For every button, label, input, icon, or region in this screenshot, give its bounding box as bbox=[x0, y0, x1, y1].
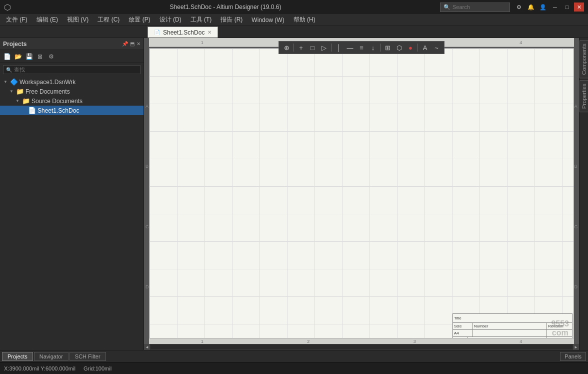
tab-navigator[interactable]: Navigator bbox=[34, 352, 68, 361]
ruler-bottom: 1 2 3 4 bbox=[149, 338, 574, 344]
canvas-hscroll[interactable]: ◄ ► bbox=[144, 344, 579, 350]
title-bar: ⬡ Sheet1.SchDoc - Altium Designer (19.0.… bbox=[0, 0, 588, 14]
title-right: 🔍 ⚙ 🔔 👤 ─ □ ✕ bbox=[440, 3, 584, 12]
account-btn[interactable]: 👤 bbox=[538, 3, 548, 12]
restore-btn[interactable]: □ bbox=[562, 3, 572, 12]
tb-size-val: A4 bbox=[453, 330, 473, 336]
power-btn[interactable]: ● bbox=[405, 43, 416, 53]
menu-item-place[interactable]: 放置 (P) bbox=[124, 15, 154, 25]
status-bar: X:3900.000mil Y:6000.000mil Grid:100mil bbox=[0, 362, 588, 374]
menu-item-tools[interactable]: 工具 (T) bbox=[186, 15, 216, 25]
side-label-a: A bbox=[146, 104, 149, 109]
tb-sep-3 bbox=[380, 44, 380, 52]
title-left: ⬡ bbox=[4, 3, 11, 12]
tab-close-icon[interactable]: ✕ bbox=[208, 30, 212, 35]
bottom-tabs: Projects Navigator SCH Filter Panels bbox=[0, 350, 588, 362]
scroll-left-btn[interactable]: ◄ bbox=[144, 344, 150, 350]
close-btn[interactable]: ✕ bbox=[574, 3, 584, 12]
panel-close-icon[interactable]: ✕ bbox=[136, 41, 140, 47]
workspace-icon: 🔷 bbox=[10, 78, 18, 86]
tb-number-val bbox=[473, 330, 547, 336]
panel-header-controls: 📌 ⬒ ✕ bbox=[122, 41, 140, 47]
text-btn[interactable]: A bbox=[420, 43, 430, 53]
menu-item-window[interactable]: Window (W) bbox=[248, 16, 288, 25]
close-project-btn[interactable]: ⊠ bbox=[35, 52, 45, 61]
title-text: Sheet1.SchDoc - Altium Designer (19.0.6) bbox=[11, 4, 440, 11]
settings-btn[interactable]: ⚙ bbox=[514, 3, 524, 12]
project-tree: ▼ 🔷 Workspace1.DsnWrk ▼ 📁 Free Documents… bbox=[0, 76, 144, 350]
tabs-bar: 📄 Sheet1.SchDoc ✕ bbox=[0, 26, 588, 38]
status-grid: Grid:100mil bbox=[84, 365, 112, 371]
add-btn[interactable]: + bbox=[296, 43, 306, 53]
new-project-btn[interactable]: 📄 bbox=[2, 52, 12, 61]
tb-sep-2 bbox=[331, 44, 332, 52]
line-btn[interactable]: │ bbox=[333, 43, 344, 53]
notify-btn[interactable]: 🔔 bbox=[526, 3, 536, 12]
ruler-tick-4: 4 bbox=[468, 38, 574, 47]
minimize-btn[interactable]: ─ bbox=[550, 3, 560, 12]
save-project-btn[interactable]: 💾 bbox=[24, 52, 34, 61]
tree-item-workspace[interactable]: ▼ 🔷 Workspace1.DsnWrk bbox=[0, 77, 144, 87]
menu-bar: 文件 (F) 编辑 (E) 视图 (V) 工程 (C) 放置 (P) 设计 (D… bbox=[0, 14, 588, 26]
right-tab-properties[interactable]: Properties bbox=[580, 80, 588, 112]
ruler-tick-1: 1 bbox=[149, 38, 256, 47]
select-btn[interactable]: □ bbox=[307, 43, 318, 53]
grid-btn[interactable]: ⊞ bbox=[382, 43, 393, 53]
bus-btn[interactable]: ≡ bbox=[356, 43, 367, 53]
menu-item-file[interactable]: 文件 (F) bbox=[2, 15, 32, 25]
panel-pin-icon[interactable]: 📌 bbox=[122, 41, 128, 47]
scroll-track[interactable] bbox=[150, 345, 572, 349]
tb-sep-1 bbox=[294, 44, 294, 52]
down-btn[interactable]: ↓ bbox=[368, 43, 378, 53]
panel-header: Projects 📌 ⬒ ✕ bbox=[0, 38, 144, 50]
tb-sep-4 bbox=[418, 44, 418, 52]
free-docs-arrow: ▼ bbox=[10, 89, 14, 94]
search-icon: 🔍 bbox=[444, 4, 450, 11]
menu-item-edit[interactable]: 编辑 (E) bbox=[32, 15, 62, 25]
canvas-area[interactable]: ⊕ + □ ▷ │ — ≡ ↓ ⊞ ⬡ ● A ~ 1 2 3 4 bbox=[144, 38, 579, 350]
search-box[interactable]: 🔍 bbox=[440, 3, 510, 12]
tree-item-sheet1[interactable]: ▶ 📄 Sheet1.SchDoc bbox=[0, 106, 144, 115]
status-coords: X:3900.000mil Y:6000.000mil bbox=[4, 365, 76, 371]
workspace-arrow: ▼ bbox=[4, 80, 8, 84]
tab-icon: 📄 bbox=[154, 30, 160, 35]
panel-search-input[interactable] bbox=[14, 67, 138, 73]
right-tab-components[interactable]: Components bbox=[580, 40, 588, 78]
bottom-tick-4: 4 bbox=[468, 338, 574, 344]
side-label-a-right: A bbox=[574, 104, 578, 109]
side-label-c-right: C bbox=[574, 224, 578, 229]
project-settings-btn[interactable]: ⚙ bbox=[46, 52, 56, 61]
search-input[interactable] bbox=[452, 4, 506, 10]
sheet1-label: Sheet1.SchDoc bbox=[38, 107, 79, 114]
wire-btn[interactable]: ▷ bbox=[318, 43, 330, 53]
poly-btn[interactable]: ⬡ bbox=[394, 43, 404, 53]
menu-item-reports[interactable]: 报告 (R) bbox=[216, 15, 246, 25]
scroll-right-btn[interactable]: ► bbox=[573, 344, 579, 350]
panel-search[interactable]: 🔍 bbox=[3, 65, 140, 74]
menu-item-help[interactable]: 帮助 (H) bbox=[290, 15, 320, 25]
schematic-sheet[interactable]: A B C D A B C D Title Size Number bbox=[149, 48, 574, 345]
panel-float-icon[interactable]: ⬒ bbox=[130, 41, 134, 47]
tab-projects[interactable]: Projects bbox=[2, 352, 33, 361]
menu-item-view[interactable]: 视图 (V) bbox=[63, 15, 92, 25]
panel-search-icon: 🔍 bbox=[6, 67, 12, 73]
tree-item-free-docs[interactable]: ▼ 📁 Free Documents bbox=[0, 87, 144, 96]
menu-item-design[interactable]: 设计 (D) bbox=[156, 15, 186, 25]
panel-title: Projects bbox=[3, 41, 26, 48]
side-label-c: C bbox=[146, 224, 149, 229]
workspace-label: Workspace1.DsnWrk bbox=[20, 79, 76, 86]
source-docs-icon: 📁 bbox=[22, 97, 30, 105]
bottom-tick-3: 3 bbox=[362, 338, 468, 344]
dash-btn[interactable]: — bbox=[344, 43, 356, 53]
tab-sheet1[interactable]: 📄 Sheet1.SchDoc ✕ bbox=[148, 27, 218, 38]
left-panel: Projects 📌 ⬒ ✕ 📄 📂 💾 ⊠ ⚙ 🔍 ▼ 🔷 bbox=[0, 38, 144, 350]
tab-sch-filter[interactable]: SCH Filter bbox=[70, 352, 106, 361]
menu-item-project[interactable]: 工程 (C) bbox=[94, 15, 124, 25]
filter-btn[interactable]: ⊕ bbox=[281, 43, 292, 53]
free-docs-icon: 📁 bbox=[16, 88, 24, 95]
canvas-toolbar: ⊕ + □ ▷ │ — ≡ ↓ ⊞ ⬡ ● A ~ bbox=[278, 41, 444, 54]
open-project-btn[interactable]: 📂 bbox=[13, 52, 23, 61]
wave-btn[interactable]: ~ bbox=[431, 43, 442, 53]
tree-item-source-docs[interactable]: ▼ 📁 Source Documents bbox=[0, 96, 144, 106]
panels-button[interactable]: Panels bbox=[560, 352, 586, 361]
